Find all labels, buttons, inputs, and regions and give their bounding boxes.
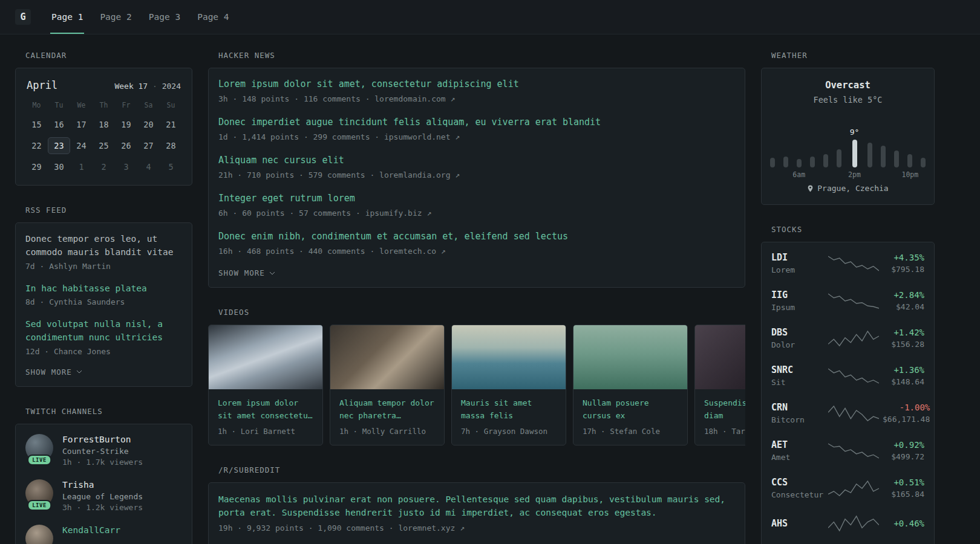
rss-item-link[interactable]: In hac habitasse platea	[25, 282, 182, 296]
rss-item-link[interactable]: Donec tempor eros leo, ut commodo mauris…	[25, 233, 182, 259]
hackernews-domain-link[interactable]: loremdomain.com ↗	[374, 94, 455, 103]
weather-bar-column	[921, 114, 926, 167]
video-title[interactable]: Lorem ipsum dolor sit amet consectetu…	[218, 397, 313, 422]
channel-info: ForrestBurton Counter-Strike 1h · 1.7k v…	[62, 434, 143, 467]
video-title[interactable]: Nullam posuere cursus ex	[583, 397, 678, 422]
subreddit-post-link[interactable]: Maecenas mollis pulvinar erat non posuer…	[218, 493, 735, 520]
hackernews-item-link[interactable]: Integer eget rutrum lorem	[218, 192, 735, 205]
stock-row[interactable]: CCS Consectetur +0.51% $165.84	[771, 477, 924, 499]
calendar-day: 30	[48, 158, 70, 175]
hackernews-domain-link[interactable]: loremlandia.org ↗	[379, 170, 460, 180]
hackernews-item-meta: 6h · 60 points · 57 comments · ipsumify.…	[218, 209, 735, 218]
stock-identity: CCS Consectetur	[771, 477, 825, 499]
weather-bar	[797, 159, 802, 167]
live-badge: LIVE	[27, 455, 51, 465]
stock-row[interactable]: AET Amet +0.92% $499.72	[771, 439, 924, 462]
video-title[interactable]: Aliquam tempor dolor nec pharetra…	[339, 397, 435, 422]
calendar-day: 21	[160, 116, 182, 133]
stock-row[interactable]: LDI Lorem +4.35% $795.18	[771, 252, 924, 274]
stock-sparkline	[828, 404, 879, 423]
avatar-image	[25, 525, 53, 544]
video-card[interactable]: Aliquam tempor dolor nec pharetra… 1h · …	[330, 325, 445, 445]
stock-change: +0.92%	[883, 440, 924, 450]
rss-item: In hac habitasse platea 8d · Cynthia Sau…	[25, 282, 182, 307]
weather-bar-column: 6am	[797, 114, 802, 167]
hackernews-item: Lorem ipsum dolor sit amet, consectetur …	[218, 78, 735, 103]
hackernews-item-link[interactable]: Donec enim nibh, condimentum et accumsan…	[218, 230, 735, 243]
stock-sparkline	[828, 329, 879, 348]
middle-column: HACKER NEWS Lorem ipsum dolor sit amet, …	[208, 51, 745, 544]
hackernews-domain-link[interactable]: ipsumworld.net ↗	[384, 132, 460, 141]
video-title[interactable]: Mauris sit amet massa felis	[461, 397, 557, 422]
stock-row[interactable]: SNRC Sit +1.36% $148.64	[771, 364, 924, 387]
video-thumbnail	[695, 325, 745, 389]
channel-category: Counter-Strike	[62, 447, 143, 456]
nav-tab[interactable]: Page 4	[196, 0, 230, 34]
video-meta: 1h · Molly Carrillo	[339, 427, 435, 436]
video-title[interactable]: Suspendisse diam	[704, 397, 745, 422]
weather-bar-column	[823, 114, 828, 167]
video-card[interactable]: Nullam posuere cursus ex 17h · Stefan Co…	[573, 325, 688, 445]
calendar-week: Week 17	[114, 82, 148, 91]
weather-bar-column: 9° 2pm	[850, 114, 860, 167]
hackernews-item-link[interactable]: Lorem ipsum dolor sit amet, consectetur …	[218, 78, 735, 91]
video-body: Nullam posuere cursus ex 17h · Stefan Co…	[573, 389, 687, 445]
stock-symbol: CRN	[771, 402, 825, 413]
hackernews-meta-text: 16h · 468 points · 440 comments ·	[218, 247, 379, 256]
rss-show-more-button[interactable]: SHOW MORE	[25, 368, 82, 377]
twitch-channel[interactable]: LIVE Trisha League of Legends 3h · 1.2k …	[25, 479, 182, 512]
rss-item-link[interactable]: Sed volutpat nulla nisl, a condimentum n…	[25, 318, 182, 345]
stock-identity: AET Amet	[771, 439, 825, 462]
stock-name: Bitcorn	[771, 415, 825, 424]
channel-meta: 1h · 1.7k viewers	[62, 458, 143, 467]
calendar-day: 1	[70, 158, 93, 175]
hackernews-item-meta: 1d · 1,414 points · 299 comments · ipsum…	[218, 132, 735, 141]
nav-tab[interactable]: Page 3	[148, 0, 181, 34]
hackernews-item-link[interactable]: Aliquam nec cursus elit	[218, 154, 735, 167]
video-card[interactable]: Lorem ipsum dolor sit amet consectetu… 1…	[208, 325, 323, 445]
twitch-channel[interactable]: LIVE ForrestBurton Counter-Strike 1h · 1…	[25, 434, 182, 467]
stock-symbol: SNRC	[771, 364, 825, 375]
stock-values: +0.46%	[883, 519, 924, 528]
stock-symbol: DBS	[771, 327, 825, 338]
calendar-day-header: Mo	[25, 101, 48, 112]
live-badge: LIVE	[27, 500, 51, 511]
weather-condition: Overcast	[771, 80, 924, 91]
app-logo: G	[15, 9, 31, 25]
video-meta: 18h · Tara	[704, 427, 745, 436]
hackernews-show-more-button[interactable]: SHOW MORE	[218, 268, 275, 277]
avatar: LIVE	[25, 434, 53, 462]
stock-row[interactable]: DBS Dolor +1.42% $156.28	[771, 327, 924, 349]
stock-values: +4.35% $795.18	[883, 253, 924, 274]
weather-bar-column	[783, 114, 788, 167]
hackernews-domain-link[interactable]: loremtech.co ↗	[379, 247, 446, 256]
nav-tab[interactable]: Page 1	[50, 0, 84, 34]
hackernews-item: Aliquam nec cursus elit 21h · 710 points…	[218, 154, 735, 180]
video-card[interactable]: Suspendisse diam 18h · Tara	[694, 325, 745, 445]
stock-symbol: LDI	[771, 252, 825, 263]
stock-sparkline	[828, 367, 879, 385]
channel-name[interactable]: ForrestBurton	[62, 435, 143, 444]
subreddit-post: Maecenas mollis pulvinar erat non posuer…	[218, 493, 735, 533]
stock-values: -1.00% $66,171.48	[883, 403, 930, 424]
hackernews-domain-link[interactable]: ipsumify.biz ↗	[365, 209, 432, 218]
hackernews-item: Donec enim nibh, condimentum et accumsan…	[218, 230, 735, 256]
hackernews-item-link[interactable]: Donec imperdiet augue tincidunt felis al…	[218, 116, 735, 129]
stock-row[interactable]: AHS +0.46%	[771, 514, 924, 533]
video-card[interactable]: Mauris sit amet massa felis 7h · Grayson…	[451, 325, 566, 445]
weather-bar-column	[867, 114, 872, 167]
subreddit-domain-link[interactable]: loremnet.xyz ↗	[398, 523, 465, 533]
channel-info: KendallCarr	[62, 525, 120, 544]
stock-row[interactable]: CRN Bitcorn -1.00% $66,171.48	[771, 402, 924, 424]
calendar-day: 2	[93, 158, 115, 175]
channel-name[interactable]: Trisha	[62, 480, 143, 490]
weather-bar-column	[770, 114, 775, 167]
twitch-card: LIVE ForrestBurton Counter-Strike 1h · 1…	[15, 424, 192, 544]
calendar-day: 20	[137, 116, 160, 133]
channel-category: League of Legends	[62, 492, 143, 501]
stock-row[interactable]: IIG Ipsum +2.84% $42.04	[771, 290, 924, 312]
nav-tab[interactable]: Page 2	[99, 0, 132, 34]
calendar-week-year: Week 17 · 2024	[114, 82, 181, 91]
twitch-channel[interactable]: KendallCarr	[25, 525, 182, 544]
channel-name[interactable]: KendallCarr	[62, 525, 120, 535]
